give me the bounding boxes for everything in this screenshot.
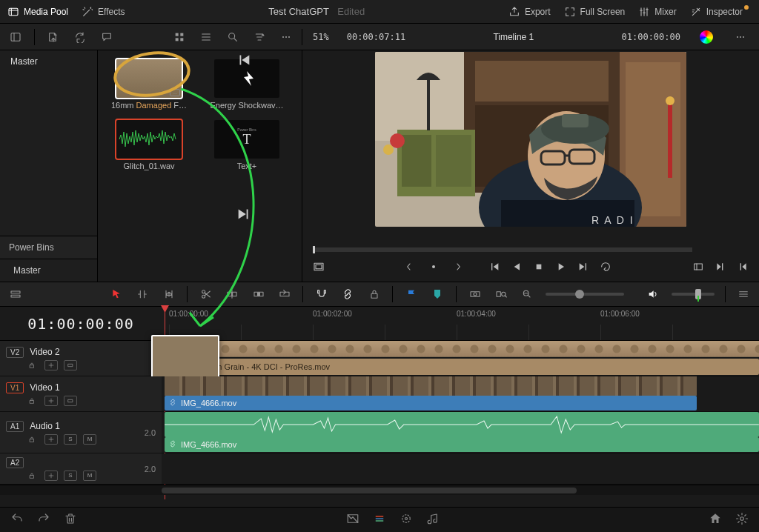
project-settings-button[interactable] [735, 512, 749, 528]
track-badge[interactable]: A2 [6, 457, 24, 468]
scrollbar-thumb[interactable] [162, 488, 577, 493]
clip-thumbnail[interactable]: ⋯ [116, 59, 182, 98]
clip-a1[interactable]: IMG_4666.mov [165, 437, 759, 452]
sync-bin-button[interactable] [72, 29, 88, 45]
safe-area-button[interactable] [313, 261, 325, 273]
play-button[interactable] [555, 261, 567, 273]
transcribe-button[interactable] [99, 29, 115, 45]
go-start-button[interactable] [488, 261, 500, 273]
timeline-big-timecode[interactable]: 01:00:00:00 [0, 307, 162, 340]
track-badge[interactable]: A1 [6, 421, 24, 432]
play-reverse-button[interactable] [511, 261, 523, 273]
clip-a1-wave[interactable] [165, 412, 759, 437]
track-header-a2[interactable]: A2 S M 2.0 [0, 453, 162, 484]
viewer-zoom[interactable]: 51% [313, 32, 329, 42]
zoom-custom-button[interactable] [519, 286, 534, 302]
track-name[interactable]: Video 2 [30, 347, 59, 357]
pool-clip[interactable]: T Power Bins Text+ [203, 120, 291, 170]
track-lane-v2[interactable]: Damaged Film Grain - 4K DCI - ProRes.mov… [162, 341, 759, 376]
track-auto-select[interactable] [44, 434, 58, 445]
page-cut[interactable] [373, 512, 386, 528]
selection-tool[interactable] [108, 286, 124, 302]
track-badge[interactable]: V1 [6, 382, 24, 393]
import-media-button[interactable] [45, 29, 62, 45]
viewer-timecode[interactable]: 00:00:07:11 [347, 32, 405, 42]
volume-slider[interactable] [672, 293, 715, 296]
track-header-v2[interactable]: V2 Video 2 [0, 341, 162, 376]
track-mute[interactable]: M [83, 434, 96, 445]
prev-edit-button[interactable] [737, 261, 749, 273]
track-lane-a1[interactable]: IMG_4666.mov [162, 412, 759, 453]
thumbnail-view-button[interactable] [171, 29, 188, 45]
delete-button[interactable] [64, 512, 77, 528]
search-button[interactable] [225, 29, 241, 45]
page-edit[interactable] [400, 512, 413, 528]
dynamic-trim-tool[interactable] [161, 286, 176, 302]
effects-tab[interactable]: Effects [82, 6, 125, 18]
list-view-button[interactable] [198, 29, 214, 45]
blade-tool[interactable] [198, 286, 213, 302]
track-name[interactable]: Video 1 [30, 382, 59, 393]
redo-button[interactable] [37, 512, 50, 528]
home-button[interactable] [709, 512, 722, 528]
track-solo[interactable]: S [64, 434, 77, 445]
viewer-frame[interactable]: R A D I [375, 52, 686, 227]
track-lock[interactable] [25, 360, 39, 370]
link-toggle[interactable] [340, 286, 356, 302]
track-badge[interactable]: V2 [6, 347, 24, 358]
zoom-slider[interactable] [546, 293, 625, 296]
jump-first-button[interactable] [236, 52, 252, 68]
jump-last-button[interactable] [236, 206, 252, 222]
track-mute[interactable]: M [83, 471, 96, 481]
track-lock[interactable] [25, 396, 39, 406]
timeline-name[interactable]: Timeline 1 [423, 32, 603, 42]
power-bin-master[interactable]: Master [0, 259, 97, 282]
clip-v1[interactable]: IMG_4666.mov [165, 396, 697, 410]
undo-button[interactable] [10, 512, 24, 528]
zoom-knob[interactable] [575, 290, 584, 299]
clip-thumbnail[interactable] [116, 120, 182, 159]
viewer-timecode-right[interactable]: 01:00:00:00 [622, 32, 680, 42]
track-header-a1[interactable]: A1 Audio 1 S M 2.0 [0, 412, 162, 453]
power-bins-header[interactable]: Power Bins [0, 236, 97, 259]
clip-v1-filmstrip[interactable] [165, 376, 697, 396]
media-pool-grid[interactable]: ⋯ 16mm Damaged F… Energy Shockwav… Glitc… [98, 50, 302, 282]
scrub-playhead[interactable] [313, 246, 315, 253]
inspector-button[interactable]: Inspector [690, 6, 752, 18]
page-media[interactable] [346, 512, 359, 528]
track-header-v1[interactable]: V1 Video 1 [0, 376, 162, 411]
track-lane-a2[interactable] [162, 453, 759, 484]
track-lock[interactable] [25, 471, 39, 481]
full-screen-button[interactable]: Full Screen [564, 6, 626, 18]
drag-ghost-thumb[interactable] [151, 335, 219, 378]
snap-toggle[interactable] [314, 286, 329, 302]
viewer-scrubber[interactable] [313, 247, 692, 252]
sort-button[interactable] [251, 29, 268, 45]
timeline-ruler[interactable]: 01:00:00:00 01:00:02:00 01:00:04:00 01:0… [162, 307, 759, 340]
go-end-button[interactable] [577, 261, 589, 273]
overwrite-tool[interactable] [251, 286, 266, 302]
track-auto-select[interactable] [44, 396, 58, 406]
zoom-full-button[interactable] [467, 286, 483, 302]
bypass-grade-button[interactable] [698, 29, 715, 45]
track-lock[interactable] [25, 434, 39, 445]
viewer-stage[interactable]: R A D I [302, 50, 759, 245]
mark-point-button[interactable] [428, 261, 440, 273]
track-auto-select[interactable] [44, 471, 58, 481]
clip-v2[interactable]: Damaged Film Grain - 4K DCI - ProRes.mov [165, 359, 759, 375]
track-solo[interactable]: S [64, 471, 77, 481]
loop-button[interactable] [600, 261, 611, 273]
timeline-h-scrollbar[interactable] [0, 485, 759, 495]
stop-button[interactable] [533, 261, 545, 273]
clip-thumbnail[interactable]: T Power Bins [214, 120, 279, 159]
track-name[interactable]: Audio 1 [30, 421, 60, 431]
insert-tool[interactable] [225, 286, 240, 302]
mark-in-button[interactable] [405, 261, 417, 273]
track-auto-select[interactable] [44, 360, 58, 370]
track-visible[interactable] [64, 360, 77, 370]
trim-tool[interactable] [135, 286, 150, 302]
next-edit-button[interactable] [715, 261, 726, 273]
track-visible[interactable] [64, 396, 77, 406]
replace-tool[interactable] [276, 286, 292, 302]
match-frame-button[interactable] [692, 261, 704, 273]
